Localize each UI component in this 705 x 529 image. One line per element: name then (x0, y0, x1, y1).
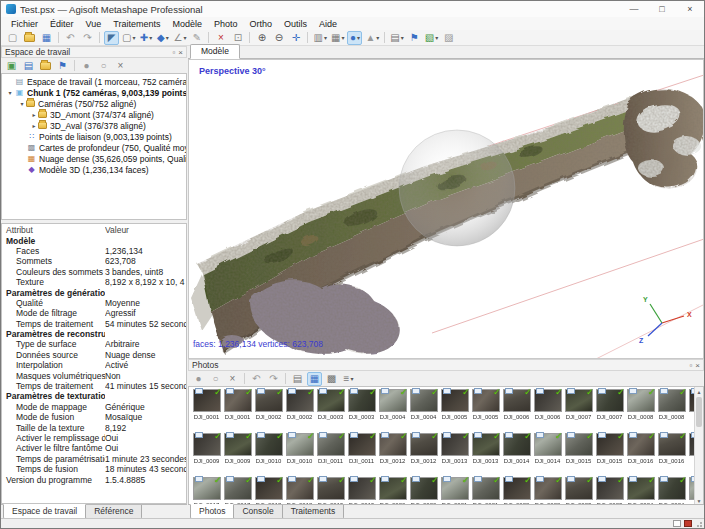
add-marker-icon[interactable]: ⚑ (55, 59, 70, 73)
photo-thumbnail[interactable]: ✓DJI_0007 (564, 389, 593, 420)
tree-item-4[interactable]: ▸3D_Aval (376/378 aligné) (2, 120, 186, 131)
photo-thumbnail[interactable]: ✓DJI_0011 (316, 433, 345, 464)
photo-thumbnail[interactable]: ✓DJI_0003 (316, 389, 345, 420)
rotate-object-icon[interactable]: ◆▾ (155, 31, 170, 45)
rotate-left-icon[interactable]: ↶ (249, 372, 264, 386)
open-project-icon[interactable] (22, 31, 37, 45)
photo-thumbnail[interactable]: ✓DJI_0020 (409, 477, 438, 506)
photo-thumbnail[interactable]: ✓DJI_0002 (285, 389, 314, 420)
photo-thumbnail[interactable]: ✓DJI_0006 (502, 389, 531, 420)
rotate-right-icon[interactable]: ↷ (266, 372, 281, 386)
delete-selection-icon[interactable]: × (213, 31, 228, 45)
tree-expander-icon[interactable]: ▸ (30, 122, 38, 129)
zoom-out-icon[interactable]: ⊖ (271, 31, 286, 45)
photo-thumbnail[interactable]: ✓DJI_0024 (626, 477, 655, 506)
close-button[interactable]: × (676, 1, 704, 17)
undo-icon[interactable]: ↶ (63, 31, 78, 45)
photo-thumbnail[interactable]: ✓DJI_0004 (378, 389, 407, 420)
draw-tool-icon[interactable]: ✎ (189, 31, 204, 45)
photos-scrollbar[interactable]: ▲ ▼ (694, 387, 703, 505)
enable-photo-icon[interactable]: ● (191, 372, 206, 386)
tree-item-0[interactable]: ▤Espace de travail (1 morceau, 752 camér… (2, 76, 186, 87)
large-icons-view-icon[interactable]: ▩ (324, 372, 339, 386)
photo-thumbnail[interactable]: ✓DJI_0003 (347, 389, 376, 420)
photo-thumbnail[interactable]: ✓DJI_0009 (223, 433, 252, 464)
chunk-view-icon[interactable]: ▦▾ (330, 31, 345, 45)
dropdown-arrow-icon[interactable]: ▾ (324, 34, 327, 41)
photo-thumbnail[interactable]: ✓DJI_0019 (316, 477, 345, 506)
model-viewport[interactable]: X Y Z Perspective 30° faces: 1,236,134 v… (188, 59, 704, 359)
point-cloud-view-icon[interactable]: ●▾ (347, 31, 362, 45)
photo-thumbnail[interactable]: ✓DJI_0014 (533, 433, 562, 464)
zoom-in-icon[interactable]: ⊕ (254, 31, 269, 45)
photo-thumbnail[interactable]: ✓DJI_0022 (502, 477, 531, 506)
scrollbar-thumb[interactable] (696, 397, 702, 427)
menu-item-2[interactable]: Vue (80, 18, 108, 30)
photo-thumbnail[interactable]: ✓DJI_0019 (347, 477, 376, 506)
photo-thumbnail[interactable]: ✓DJI_0006 (533, 389, 562, 420)
photo-thumbnail[interactable]: ✓DJI_0018 (254, 477, 283, 506)
menu-item-7[interactable]: Outils (278, 18, 313, 30)
photo-thumbnail[interactable]: ✓DJI_0007 (595, 389, 624, 420)
tree-item-8[interactable]: ◆Modèle 3D (1,236,134 faces) (2, 164, 186, 175)
photo-thumbnail[interactable]: ✓DJI_0016 (657, 433, 686, 464)
navigation-tool-icon[interactable]: ◤ (104, 31, 119, 45)
tree-item-5[interactable]: ∷Points de liaison (9,003,139 points) (2, 131, 186, 142)
measure-tool-icon[interactable]: ∠▾ (172, 31, 187, 45)
dropdown-arrow-icon[interactable]: ▾ (341, 34, 344, 41)
photo-thumbnail[interactable]: ✓DJI_0012 (378, 433, 407, 464)
photo-thumbnail[interactable]: ✓DJI_0013 (440, 433, 469, 464)
tab-left-0[interactable]: Espace de travail (3, 504, 86, 519)
fit-view-icon[interactable]: ✛ (288, 31, 303, 45)
tree-expander-icon[interactable]: ▾ (18, 100, 26, 107)
remove-photo-icon[interactable]: × (225, 372, 240, 386)
tree-expander-icon[interactable]: ▸ (30, 111, 38, 118)
dropdown-arrow-icon[interactable]: ▾ (376, 34, 379, 41)
redo-icon[interactable]: ↷ (80, 31, 95, 45)
photo-thumbnail[interactable]: ✓DJI_0004 (409, 389, 438, 420)
add-chunk-icon[interactable]: ▣ (4, 59, 19, 73)
photo-thumbnail[interactable]: ✓DJI_0017 (223, 477, 252, 506)
tree-item-2[interactable]: ▾Caméras (750/752 aligné) (2, 98, 186, 109)
photo-thumbnail[interactable]: ✓DJI_0013 (471, 433, 500, 464)
scroll-up-icon[interactable]: ▲ (695, 387, 703, 396)
dropdown-arrow-icon[interactable]: ▾ (183, 34, 186, 41)
photo-thumbnail[interactable]: ✓DJI_0012 (409, 433, 438, 464)
split-view-icon[interactable]: ▥▾ (312, 31, 327, 45)
enable-item-icon[interactable]: ● (79, 59, 94, 73)
shaded-view-icon[interactable]: ▲▾ (364, 31, 380, 45)
photo-thumbnail[interactable]: ✓DJI_0018 (285, 477, 314, 506)
dropdown-arrow-icon[interactable]: ▾ (166, 34, 169, 41)
new-document-icon[interactable]: ▢ (5, 31, 20, 45)
photo-thumbnail[interactable]: ✓DJI_0010 (285, 433, 314, 464)
remove-item-icon[interactable]: × (113, 59, 128, 73)
photo-thumbnail[interactable]: ✓DJI_0021 (471, 477, 500, 506)
photo-thumbnail[interactable]: ✓DJI_0005 (471, 389, 500, 420)
photo-thumbnail[interactable]: ✓DJI_0015 (564, 433, 593, 464)
menu-item-0[interactable]: Fichier (5, 18, 44, 30)
dropdown-arrow-icon[interactable]: ▾ (149, 34, 152, 41)
disable-photo-icon[interactable]: ○ (208, 372, 223, 386)
print-icon[interactable]: ▨ (441, 31, 456, 45)
tree-item-3[interactable]: ▸3D_Amont (374/374 aligné) (2, 109, 186, 120)
photo-thumbnail[interactable]: ✓DJI_0010 (254, 433, 283, 464)
photo-thumbnail[interactable]: ✓DJI_0017 (192, 477, 221, 506)
menu-item-5[interactable]: Photo (208, 18, 244, 30)
show-markers-icon[interactable]: ⚑ (407, 31, 422, 45)
photo-thumbnail[interactable]: ✓DJI_0015 (595, 433, 624, 464)
crop-selection-icon[interactable]: ⊡ (230, 31, 245, 45)
tree-item-7[interactable]: ▦Nuage dense (35,626,059 points, Qualité… (2, 153, 186, 164)
photo-thumbnail[interactable]: ✓DJI_0022 (533, 477, 562, 506)
tree-expander-icon[interactable]: ▾ (6, 89, 14, 96)
photo-thumbnail[interactable]: ✓DJI_0009 (192, 433, 221, 464)
photo-thumbnail[interactable]: ✓DJI_0016 (626, 433, 655, 464)
view-mode-icon[interactable]: ≡▾ (341, 372, 356, 386)
add-folder-icon[interactable] (38, 59, 53, 73)
dropdown-arrow-icon[interactable]: ▾ (132, 34, 135, 41)
photo-thumbnail[interactable]: ✓DJI_0001 (192, 389, 221, 420)
tab-center-1[interactable]: Console (233, 505, 282, 519)
photos-dock-close-icon[interactable]: × (695, 361, 700, 370)
photo-thumbnail[interactable]: ✓DJI_0002 (254, 389, 283, 420)
photo-thumbnail[interactable]: ✓DJI_0023 (564, 477, 593, 506)
menu-item-3[interactable]: Traitements (107, 18, 166, 30)
